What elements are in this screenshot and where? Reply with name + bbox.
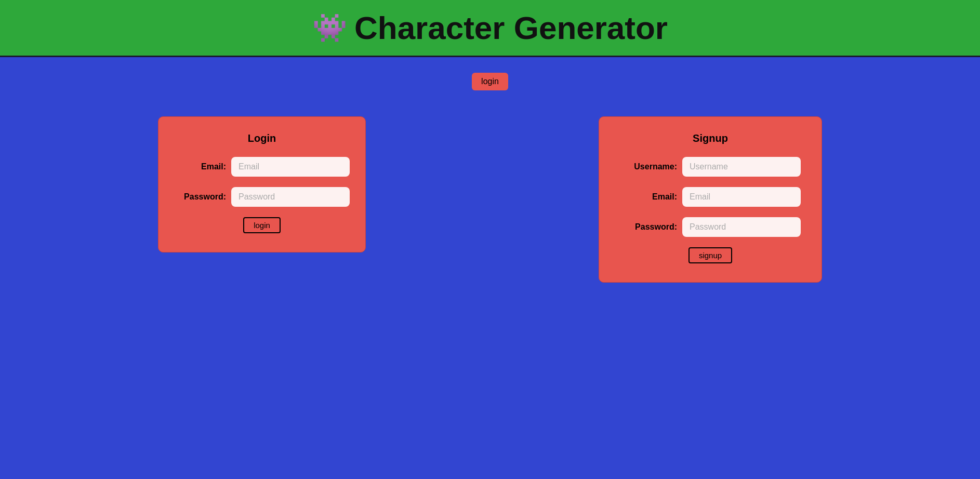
login-email-row: Email:: [179, 157, 345, 177]
signup-card: Signup Username: Email: Password: signup: [599, 116, 822, 283]
login-email-label: Email:: [179, 162, 226, 171]
signup-password-input[interactable]: [682, 217, 801, 237]
signup-card-title: Signup: [620, 132, 801, 144]
login-submit-row: login: [179, 217, 345, 233]
signup-password-label: Password:: [620, 222, 677, 232]
signup-submit-button[interactable]: signup: [688, 247, 732, 263]
login-email-input[interactable]: [231, 157, 350, 177]
main-content: Login Email: Password: login Signup User…: [0, 96, 980, 303]
nav-bar: login: [0, 57, 980, 96]
login-password-row: Password:: [179, 187, 345, 207]
signup-username-row: Username:: [620, 157, 801, 177]
signup-username-input[interactable]: [682, 157, 801, 177]
login-password-label: Password:: [179, 192, 226, 202]
login-submit-button[interactable]: login: [243, 217, 281, 233]
login-card-title: Login: [179, 132, 345, 144]
app-header: 👾 Character Generator: [0, 0, 980, 57]
nav-login-button[interactable]: login: [472, 73, 508, 90]
signup-email-row: Email:: [620, 187, 801, 207]
signup-password-row: Password:: [620, 217, 801, 237]
app-title-text: Character Generator: [354, 9, 668, 46]
signup-email-label: Email:: [620, 192, 677, 202]
login-password-input[interactable]: [231, 187, 350, 207]
signup-email-input[interactable]: [682, 187, 801, 207]
login-card: Login Email: Password: login: [158, 116, 366, 252]
app-title: 👾 Character Generator: [0, 9, 980, 46]
signup-username-label: Username:: [620, 162, 677, 171]
signup-submit-row: signup: [620, 247, 801, 263]
app-icon: 👾: [312, 11, 347, 44]
